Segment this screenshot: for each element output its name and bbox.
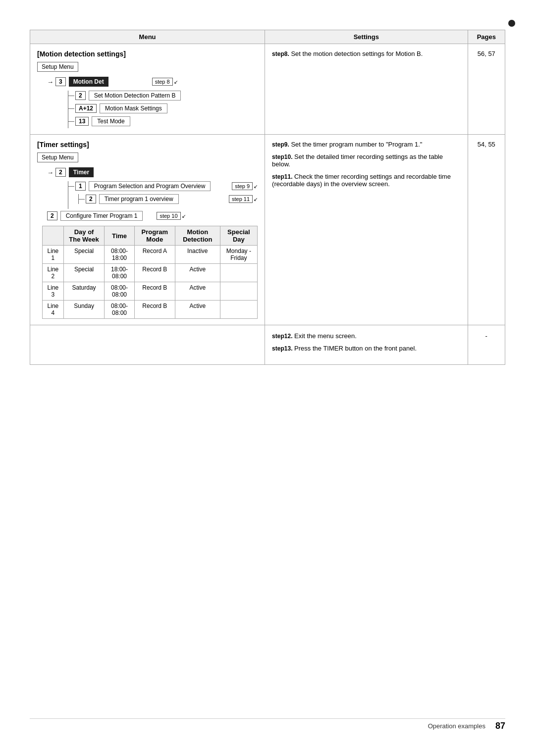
table-row: Line 3 Saturday 08:00-08:00 Record B Act… xyxy=(43,282,258,301)
step11-area: step 11 ↙ xyxy=(225,195,258,203)
table-row: Line 1 Special 08:00-18:00 Record A Inac… xyxy=(43,246,258,264)
motion-step-label: Motion Det xyxy=(69,77,108,87)
pages-header: Pages xyxy=(468,30,505,44)
row-day: Sunday xyxy=(63,301,104,319)
row-line: Line 4 xyxy=(43,301,64,319)
data-table-header-row: Day of The Week Time Program Mode Motion… xyxy=(43,226,258,246)
row-line: Line 2 xyxy=(43,264,64,282)
timer-menu-cell: [Timer settings] Setup Menu → 2 Timer xyxy=(30,135,265,325)
timer-settings-cell: step9. Set the timer program number to "… xyxy=(265,135,468,325)
step13-text: Press the TIMER button on the front pane… xyxy=(294,345,417,352)
row-day: Saturday xyxy=(63,282,104,301)
page-number: 87 xyxy=(495,721,505,731)
sub-num-1: 2 xyxy=(75,91,86,100)
exit-pages: - xyxy=(475,332,498,340)
timer-main-row: → 2 Timer xyxy=(47,167,258,177)
exit-menu-cell xyxy=(30,325,265,365)
footer-line xyxy=(30,718,505,719)
timer-data-table: Day of The Week Time Program Mode Motion… xyxy=(42,226,258,319)
motion-pages: 56, 57 xyxy=(475,50,498,57)
motion-main-row: → 3 Motion Det step 8 ↙ xyxy=(47,77,258,87)
timer-sub-num-1: 1 xyxy=(75,182,86,191)
step12-label: step12. xyxy=(272,333,292,340)
step10-arrow: ↙ xyxy=(182,213,186,219)
page-container: Menu Settings Pages [Motion detection se… xyxy=(0,0,535,756)
config-label: Configure Timer Program 1 xyxy=(60,211,143,221)
timer-step-entry: step9. Set the timer program number to "… xyxy=(272,141,460,148)
row-day: Special xyxy=(63,246,104,264)
exit-step13-entry: step13. Press the TIMER button on the fr… xyxy=(272,345,460,352)
corner-dot xyxy=(508,20,515,27)
step-text-s: Check the timer recording settings and r… xyxy=(272,173,451,188)
motion-sub-item-1-content: 2 Set Motion Detection Pattern B xyxy=(75,91,181,101)
motion-sub-item-3-content: 13 Test Mode xyxy=(75,116,130,126)
timer-arrow-icon: → xyxy=(47,169,54,176)
table-row: Line 4 Sunday 08:00-08:00 Record B Activ… xyxy=(43,301,258,319)
motion-sub-item-2-content: A+12 Motion Mask Settings xyxy=(75,103,167,113)
sub-label-2: Motion Mask Settings xyxy=(100,103,167,113)
table-row: Line 2 Special 18:00-08:00 Record B Acti… xyxy=(43,264,258,282)
sub-num-3: 13 xyxy=(75,117,89,126)
motion-sub-item-2: A+12 Motion Mask Settings xyxy=(68,103,258,113)
timer-section-title: [Timer settings] xyxy=(37,141,258,149)
timer-sub-num-2: 2 xyxy=(86,195,96,203)
arrow-icon: → xyxy=(47,78,54,86)
step8-badge: step 8 xyxy=(152,78,173,86)
step12-text: Exit the menu screen. xyxy=(294,332,357,340)
exit-row: step12. Exit the menu screen. step13. Pr… xyxy=(30,325,505,365)
col-empty xyxy=(43,226,64,246)
step11-arrow: ↙ xyxy=(254,197,258,202)
config-num: 2 xyxy=(47,211,57,220)
timer-sub-label-1: Program Selection and Program Overview xyxy=(89,181,211,191)
row-mode: Record A xyxy=(134,246,175,264)
row-special xyxy=(220,282,257,301)
sub-label-3: Test Mode xyxy=(92,116,130,126)
timer-sub-1-left: 1 Program Selection and Program Overview xyxy=(75,181,211,191)
row-mode: Record B xyxy=(134,282,175,301)
timer-step-label: Timer xyxy=(69,167,94,177)
timer-sub-item-1: 1 Program Selection and Program Overview… xyxy=(68,181,258,191)
timer-data-table-wrapper: Day of The Week Time Program Mode Motion… xyxy=(42,226,258,319)
timer-sub-1-content: 1 Program Selection and Program Overview… xyxy=(75,181,258,191)
motion-settings-entry: step8. Set the motion detection settings… xyxy=(272,50,460,57)
timer-sub-2-content: 2 Timer program 1 overview step 11 ↙ xyxy=(86,194,258,204)
footer: Operation examples 87 xyxy=(0,721,535,731)
motion-settings-cell: step8. Set the motion detection settings… xyxy=(265,44,468,135)
row-day: Special xyxy=(63,264,104,282)
step-label-s: step10. xyxy=(272,153,292,160)
step9-area: step 9 ↙ xyxy=(228,182,258,190)
sub-label-1: Set Motion Detection Pattern B xyxy=(89,91,181,101)
exit-step12-entry: step12. Exit the menu screen. xyxy=(272,332,460,340)
col-day: Day of The Week xyxy=(63,226,104,246)
timer-settings-entries: step9. Set the timer program number to "… xyxy=(272,141,460,188)
row-motion: Active xyxy=(175,264,220,282)
timer-pages: 54, 55 xyxy=(475,141,498,148)
row-line: Line 1 xyxy=(43,246,64,264)
step11-badge: step 11 xyxy=(229,195,253,203)
sub-num-2: A+12 xyxy=(75,104,97,113)
timer-step-entry: step11. Check the timer recording settin… xyxy=(272,173,460,188)
motion-sub-item-3: 13 Test Mode xyxy=(68,116,258,126)
motion-pages-cell: 56, 57 xyxy=(468,44,505,135)
step-label-s: step11. xyxy=(272,173,292,180)
col-time: Time xyxy=(105,226,134,246)
motion-detection-row: [Motion detection settings] Setup Menu →… xyxy=(30,44,505,135)
motion-section-title: [Motion detection settings] xyxy=(37,50,258,58)
step8-arrow: ↙ xyxy=(174,79,178,85)
timer-step-num: 2 xyxy=(55,168,66,177)
row-mode: Record B xyxy=(134,301,175,319)
step-text-s: Set the detailed timer recording setting… xyxy=(272,153,443,168)
row-special xyxy=(220,264,257,282)
timer-setup-menu: Setup Menu xyxy=(37,152,78,162)
timer-sub-item-2: 2 Timer program 1 overview step 11 ↙ xyxy=(79,194,258,204)
row-time: 08:00-08:00 xyxy=(105,301,134,319)
settings-header: Settings xyxy=(265,30,468,44)
row-mode: Record B xyxy=(134,264,175,282)
motion-settings-text: Set the motion detection settings for Mo… xyxy=(291,50,423,57)
step-text-s: Set the timer program number to "Program… xyxy=(291,141,422,148)
step-label-s: step9. xyxy=(272,141,289,148)
motion-menu-cell: [Motion detection settings] Setup Menu →… xyxy=(30,44,265,135)
main-content-table: Menu Settings Pages [Motion detection se… xyxy=(30,30,505,365)
row-time: 18:00-08:00 xyxy=(105,264,134,282)
motion-sub-item-1: 2 Set Motion Detection Pattern B xyxy=(68,91,258,101)
